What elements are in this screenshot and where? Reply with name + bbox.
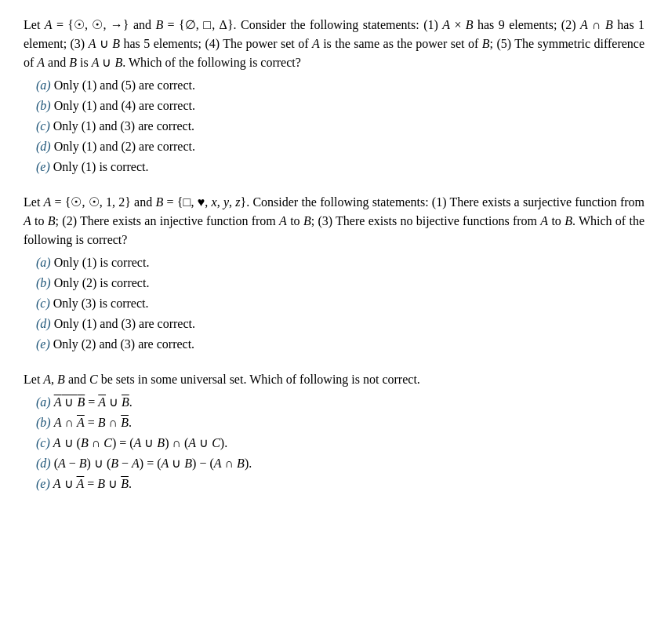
problem-1-options: (a) Only (1) and (5) are correct. (b) On…	[24, 75, 644, 177]
option-label: (d)	[36, 317, 51, 330]
option-label: (c)	[36, 436, 50, 449]
list-item: (d) Only (1) and (2) are correct.	[36, 136, 644, 157]
problem-1-statement: Let A = {☉, ☉, →} and B = {∅, □, Δ}. Con…	[24, 16, 644, 72]
option-label: (e)	[36, 337, 50, 351]
list-item: (e) Only (2) and (3) are correct.	[36, 334, 644, 355]
option-label: (d)	[36, 140, 51, 153]
problem-2-options: (a) Only (1) is correct. (b) Only (2) is…	[24, 253, 644, 355]
option-label: (d)	[36, 457, 51, 470]
option-label: (a)	[36, 256, 51, 269]
option-label: (a)	[36, 395, 51, 409]
list-item: (d) (A − B) ∪ (B − A) = (A ∪ B) − (A ∩ B…	[36, 453, 644, 474]
list-item: (e) Only (1) is correct.	[36, 157, 644, 177]
list-item: (b) A ∩ A = B ∩ B.	[36, 413, 644, 433]
option-label: (a)	[36, 78, 51, 92]
problem-1: Let A = {☉, ☉, →} and B = {∅, □, Δ}. Con…	[24, 16, 644, 177]
option-label: (e)	[36, 160, 50, 173]
list-item: (b) Only (1) and (4) are correct.	[36, 96, 644, 116]
list-item: (c) Only (1) and (3) are correct.	[36, 116, 644, 136]
page-content: Let A = {☉, ☉, →} and B = {∅, □, Δ}. Con…	[24, 16, 644, 494]
list-item: (b) Only (2) is correct.	[36, 273, 644, 293]
list-item: (a) A ∪ B = A ∪ B.	[36, 392, 644, 413]
list-item: (a) Only (1) and (5) are correct.	[36, 75, 644, 96]
list-item: (c) Only (3) is correct.	[36, 293, 644, 314]
list-item: (a) Only (1) is correct.	[36, 253, 644, 273]
list-item: (c) A ∪ (B ∩ C) = (A ∪ B) ∩ (A ∪ C).	[36, 433, 644, 453]
problem-3-options: (a) A ∪ B = A ∪ B. (b) A ∩ A = B ∩ B. (c…	[24, 392, 644, 494]
option-label: (c)	[36, 119, 50, 133]
option-label: (b)	[36, 99, 51, 112]
option-label: (e)	[36, 477, 50, 490]
problem-2: Let A = {☉, ☉, 1, 2} and B = {□, ♥, x, y…	[24, 193, 644, 355]
problem-2-statement: Let A = {☉, ☉, 1, 2} and B = {□, ♥, x, y…	[24, 193, 644, 249]
option-label: (c)	[36, 297, 50, 310]
list-item: (d) Only (1) and (3) are correct.	[36, 314, 644, 334]
problem-3-statement: Let A, B and C be sets in some universal…	[24, 370, 644, 389]
option-label: (b)	[36, 276, 51, 289]
option-label: (b)	[36, 416, 51, 429]
problem-3: Let A, B and C be sets in some universal…	[24, 370, 644, 494]
list-item: (e) A ∪ A = B ∪ B.	[36, 474, 644, 494]
